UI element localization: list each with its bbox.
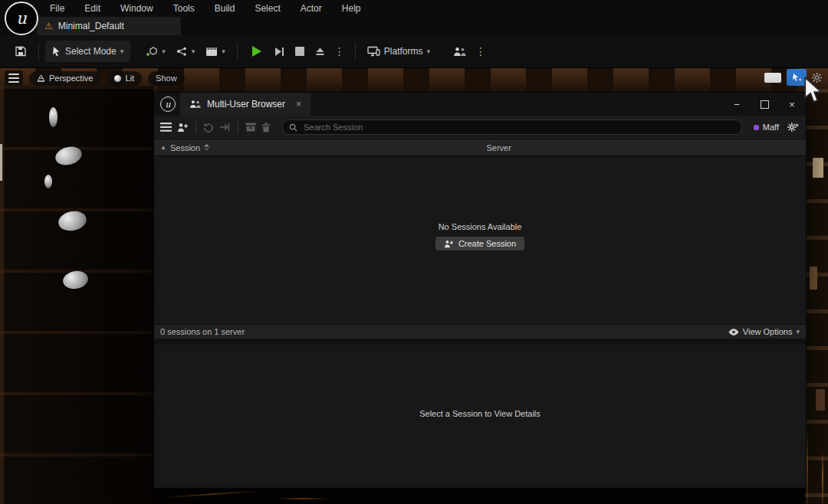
restore-session-button[interactable] [203, 123, 214, 133]
viewport-menu-button[interactable] [5, 70, 23, 86]
perspective-label: Perspective [49, 74, 93, 83]
user-indicator[interactable]: Maff [754, 123, 779, 132]
window-title: Multi-User Browser [207, 99, 285, 110]
chevron-down-icon: ▾ [192, 47, 196, 55]
divider [196, 121, 196, 133]
view-options-label: View Options [743, 327, 793, 336]
camera-speed-indicator[interactable] [764, 73, 781, 83]
unreal-editor: File Edit Window Tools Build Select Acto… [0, 0, 828, 504]
session-details-panel: Select a Session to View Details [154, 345, 806, 482]
ember-glow [822, 450, 823, 504]
select-mode-label: Select Mode [65, 46, 117, 57]
chevron-down-icon: ▾ [427, 47, 431, 55]
users-icon [189, 100, 201, 109]
blueprints-icon [176, 47, 188, 57]
window-light [0, 144, 2, 181]
blueprints-dropdown[interactable]: ▾ [171, 41, 201, 62]
cinematics-dropdown[interactable]: ▾ [200, 41, 231, 62]
unreal-logo-icon: u [160, 97, 176, 112]
column-header-server[interactable]: Server [487, 143, 807, 152]
cursor-icon [52, 47, 61, 57]
menu-item-edit[interactable]: Edit [74, 0, 110, 17]
multiuser-browser-window: u Multi-User Browser × − × [153, 92, 807, 489]
add-content-dropdown[interactable]: ▾ [141, 41, 171, 62]
minimize-button[interactable]: − [723, 93, 751, 116]
add-cube-icon [146, 46, 158, 57]
search-icon [289, 123, 297, 132]
menu-item-window[interactable]: Window [110, 0, 163, 17]
main-toolbar: Select Mode ▾ ▾ ▾ ▾ [0, 35, 828, 68]
create-session-icon-button[interactable] [177, 123, 189, 133]
search-input[interactable] [302, 122, 735, 133]
level-tab-label: Minimal_Default [58, 21, 124, 31]
unreal-logo-icon[interactable]: u [5, 2, 38, 35]
ember-glow [807, 429, 808, 504]
session-status-bar: 0 sessions on 1 server View Options ▾ [154, 324, 806, 339]
book-spine [810, 267, 817, 290]
archive-session-button[interactable] [245, 123, 256, 132]
mouse-cursor [803, 77, 825, 104]
level-tabbar: ⚠ Minimal_Default [0, 17, 828, 35]
warning-icon: ⚠ [44, 21, 53, 31]
close-button[interactable]: × [778, 93, 806, 116]
username: Maff [763, 123, 779, 132]
multiuser-browser-tab[interactable]: Multi-User Browser × [180, 93, 310, 116]
lit-icon [114, 75, 121, 82]
toolbar-overflow-menu[interactable]: ⋮ [472, 45, 490, 57]
settings-button[interactable] [787, 122, 800, 133]
chevron-down-icon: ▾ [162, 47, 166, 55]
tab-close-button[interactable]: × [291, 99, 301, 110]
session-table-header: ▲ Session Server [154, 139, 806, 156]
no-sessions-text: No Sessions Available [439, 222, 522, 231]
join-session-button[interactable] [219, 123, 231, 132]
maximize-button[interactable] [751, 93, 778, 116]
divider [355, 43, 356, 60]
multiuser-toolbar-button[interactable] [448, 41, 472, 62]
menu-item-build[interactable]: Build [205, 0, 245, 17]
play-options-menu[interactable]: ⋮ [330, 45, 349, 57]
divider [38, 43, 39, 60]
eye-icon [728, 329, 739, 335]
perspective-icon [37, 74, 45, 82]
menu-item-tools[interactable]: Tools [163, 0, 205, 17]
session-toolbar: Maff [154, 116, 806, 139]
lit-label: Lit [125, 74, 134, 83]
maximize-icon [761, 100, 769, 109]
lit-button[interactable]: Lit [107, 71, 142, 86]
platforms-dropdown[interactable]: Platforms ▾ [362, 41, 435, 62]
menu-item-file[interactable]: File [40, 0, 74, 17]
delete-session-button[interactable] [261, 123, 271, 133]
play-button[interactable] [244, 41, 269, 62]
create-session-button[interactable]: Create Session [435, 237, 524, 250]
add-user-icon [444, 240, 454, 248]
platforms-label: Platforms [384, 46, 423, 57]
level-tab[interactable]: ⚠ Minimal_Default [37, 17, 181, 35]
clapperboard-icon [205, 47, 218, 57]
window-titlebar[interactable]: u Multi-User Browser × − × [154, 93, 806, 116]
statue-prop [44, 175, 52, 188]
save-button[interactable] [9, 41, 32, 62]
save-icon [15, 45, 27, 57]
panel-splitter[interactable] [154, 339, 806, 345]
chevron-down-icon: ▾ [222, 47, 225, 55]
session-list[interactable]: No Sessions Available Create Session [154, 156, 806, 324]
floor-glow [276, 498, 330, 499]
menu-item-help[interactable]: Help [332, 0, 371, 17]
view-options-button[interactable]: View Options ▾ [728, 327, 800, 336]
chevron-down-icon: ▾ [796, 328, 800, 335]
select-mode-dropdown[interactable]: Select Mode ▾ [45, 41, 130, 62]
statue-prop [49, 107, 58, 127]
stop-button[interactable] [290, 41, 310, 62]
right-bookshelf [805, 89, 828, 504]
skip-frame-button[interactable] [269, 41, 290, 62]
divider [237, 43, 238, 60]
menu-item-actor[interactable]: Actor [291, 0, 332, 17]
eject-button[interactable] [310, 41, 330, 62]
sessions-list-icon-button[interactable] [160, 123, 172, 132]
show-button[interactable]: Show [148, 71, 185, 86]
column-header-session[interactable]: ▲ Session [154, 143, 487, 152]
menu-item-select[interactable]: Select [245, 0, 290, 17]
perspective-button[interactable]: Perspective [29, 71, 100, 86]
sort-arrows-icon [204, 144, 209, 151]
user-color-dot [754, 125, 759, 130]
